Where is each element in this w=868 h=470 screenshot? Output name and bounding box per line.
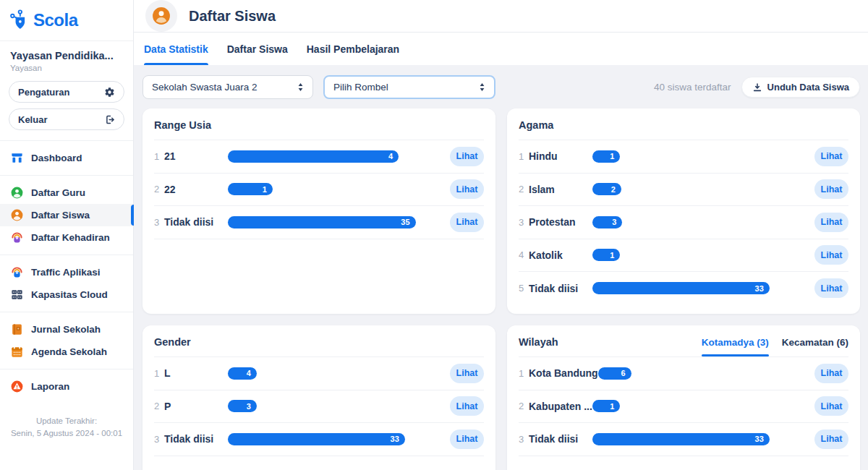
card-title: Wilayah [519,336,558,348]
tab-data-statistik[interactable]: Data Statistik [144,43,208,65]
stat-row: 2 Kabupaten ... 1 Lihat [519,390,848,424]
sidebar-item-label: Daftar Kehadiran [31,232,110,243]
stat-row: 1 Hindu 1 Lihat [519,140,848,174]
row-number: 3 [154,434,164,445]
sidebar-item-daftar-guru[interactable]: Daftar Guru [0,181,133,204]
stat-row: 3 Tidak diisi 33 Lihat [519,423,848,456]
row-label: Kabupaten ... [529,401,592,412]
row-number: 5 [519,283,529,294]
sidebar-item-daftar-kehadiran[interactable]: Daftar Kehadiran [0,226,133,249]
lihat-button[interactable]: Lihat [450,364,484,383]
select-arrows-icon [479,82,485,92]
settings-button[interactable]: Pengaturan [9,81,124,103]
page-header: Daftar Siswa [134,0,868,33]
bar-value: 35 [401,218,409,226]
organization-type: Yayasan [10,64,123,72]
value-bar: 33 [592,282,770,294]
card-gender: Gender 1 L 4 Lihat 2 P 3 Lihat 3 Tidak d… [142,325,495,470]
row-label: Protestan [529,216,592,228]
row-number: 3 [154,217,164,228]
bar-track: 33 [592,282,806,294]
lihat-button[interactable]: Lihat [450,179,484,199]
bar-track: 2 [592,183,806,195]
bar-track: 1 [592,150,806,163]
stat-row: 2 P 3 Lihat [154,390,484,424]
lihat-button[interactable]: Lihat [450,430,484,449]
tab-kotamadya[interactable]: Kotamadya (3) [702,337,769,356]
lihat-button[interactable]: Lihat [450,213,484,232]
value-bar: 6 [598,367,631,380]
bar-value: 3 [247,402,251,411]
row-label: Katolik [529,249,592,261]
storefront-icon [10,151,24,165]
rombel-select[interactable]: Pilih Rombel [323,75,495,99]
value-bar: 4 [228,367,257,380]
bar-track: 4 [228,367,441,380]
bar-value: 1 [610,251,614,260]
school-select[interactable]: Sekolah Swasta Juara 2 [142,75,313,99]
tab-hasil-pembelajaran[interactable]: Hasil Pembelajaran [307,43,399,65]
card-range-usia: Range Usia 1 21 4 Lihat 2 22 1 Lihat 3 T… [142,108,495,314]
row-number: 2 [519,184,529,195]
student-icon [10,208,24,222]
value-bar: 33 [592,433,770,445]
gear-icon [104,87,115,98]
bar-track: 35 [228,216,441,228]
sidebar-item-label: Jurnal Sekolah [31,324,101,335]
card-title: Range Usia [154,119,211,131]
sidebar-item-label: Daftar Guru [31,187,85,198]
value-bar: 1 [228,183,273,195]
card-title: Agama [519,119,553,131]
brand-logo[interactable]: Scola [0,0,133,41]
stat-row: 5 Tidak diisi 33 Lihat [519,272,848,305]
attendance-icon [10,231,24,244]
page-title: Daftar Siswa [189,8,276,25]
select-arrows-icon [297,82,304,92]
lihat-button[interactable]: Lihat [814,396,848,416]
sidebar-item-label: Traffic Aplikasi [31,267,101,278]
bar-track: 1 [228,183,441,195]
row-label: P [164,401,228,412]
card-wilayah: Wilayah Kotamadya (3) Kecamatan (6) 1 Ko… [507,325,860,470]
sidebar-item-jurnal-sekolah[interactable]: Jurnal Sekolah [0,318,133,341]
lihat-button[interactable]: Lihat [450,396,484,416]
sidebar-item-daftar-siswa[interactable]: Daftar Siswa [0,204,133,226]
row-number: 3 [519,434,529,445]
lihat-button[interactable]: Lihat [814,364,848,383]
lihat-button[interactable]: Lihat [814,147,848,166]
stat-row: 1 Kota Bandung 6 Lihat [519,357,848,390]
logout-button[interactable]: Keluar [9,108,124,130]
lihat-button[interactable]: Lihat [814,245,848,265]
row-number: 2 [154,401,164,411]
sidebar-item-agenda-sekolah[interactable]: Agenda Sekolah [0,341,133,363]
logout-icon [104,114,115,125]
row-number: 2 [154,184,164,195]
lihat-button[interactable]: Lihat [814,179,848,199]
bar-track: 1 [592,400,806,412]
value-bar: 2 [592,183,621,195]
tab-kecamatan[interactable]: Kecamatan (6) [782,337,848,356]
bar-track: 3 [228,400,441,412]
lihat-button[interactable]: Lihat [814,278,848,298]
sidebar-item-label: Kapasitas Cloud [31,289,108,300]
tab-daftar-siswa[interactable]: Daftar Siswa [227,43,288,65]
download-label: Unduh Data Siswa [767,82,849,93]
bar-value: 3 [612,218,616,226]
organization-block: Yayasan Pendidika... Yayasan [0,41,133,80]
bar-value: 4 [247,369,251,377]
download-data-button[interactable]: Unduh Data Siswa [741,77,860,98]
value-bar: 3 [592,216,622,228]
sidebar-item-dashboard[interactable]: Dashboard [0,147,133,169]
lihat-button[interactable]: Lihat [814,213,848,232]
lihat-button[interactable]: Lihat [450,147,484,166]
bar-value: 4 [388,152,393,161]
lihat-button[interactable]: Lihat [814,430,848,449]
bar-value: 1 [610,402,614,411]
row-label: Tidak diisi [164,433,228,445]
sidebar-item-kapasitas-cloud[interactable]: Kapasitas Cloud [0,283,133,306]
stat-row: 3 Tidak diisi 35 Lihat [154,206,484,239]
sidebar-item-traffic-aplikasi[interactable]: Traffic Aplikasi [0,261,133,283]
sidebar-item-laporan[interactable]: Laporan [0,375,133,398]
last-update-value: Senin, 5 Agustus 2024 - 00:01 [6,427,127,440]
user-avatar-icon [152,7,171,25]
